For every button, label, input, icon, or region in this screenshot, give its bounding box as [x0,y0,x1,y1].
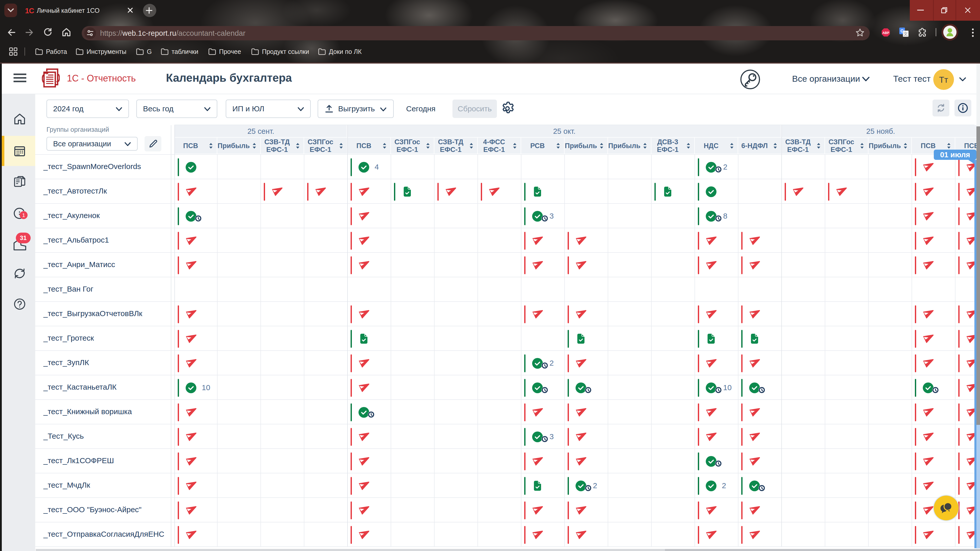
svg-text:ABP: ABP [883,31,889,35]
svg-text:文: 文 [904,32,908,36]
